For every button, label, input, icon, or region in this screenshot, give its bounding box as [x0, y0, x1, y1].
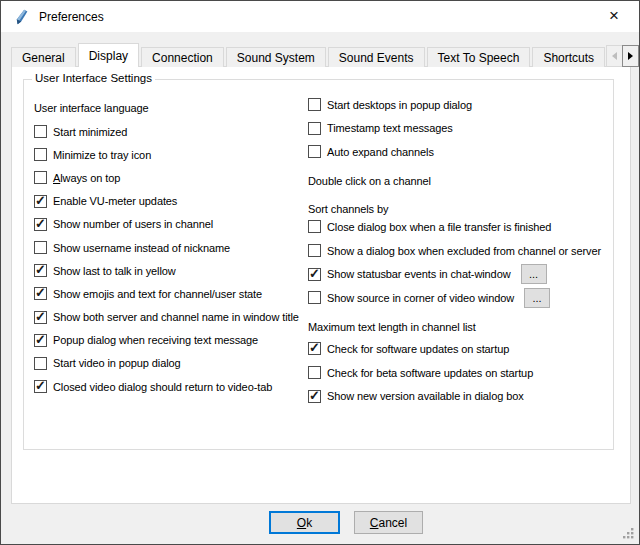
checkbox-label: Auto expand channels: [327, 146, 434, 158]
close-icon[interactable]: ×: [599, 5, 629, 27]
checkbox-label: Show statusbar events in chat-window: [327, 268, 511, 280]
checkbox-label: Enable VU-meter updates: [53, 195, 177, 207]
checkbox-label: Show a dialog box when excluded from cha…: [327, 245, 601, 257]
row-timestamp[interactable]: Timestamp text messages: [308, 117, 472, 141]
tab-strip: General Display Connection Sound System …: [11, 42, 606, 67]
checkbox[interactable]: [308, 342, 321, 355]
language-label: User interface language: [34, 102, 149, 114]
checkbox[interactable]: [308, 390, 321, 403]
checkbox-label: Start desktops in popup dialog: [327, 99, 472, 111]
tab-sound-events[interactable]: Sound Events: [328, 47, 425, 67]
tab-sound-system[interactable]: Sound System: [226, 47, 326, 67]
right-checkbox-column-bottom: Check for software updates on startup Ch…: [308, 337, 533, 408]
row-auto-expand[interactable]: Auto expand channels: [308, 140, 472, 164]
video-source-more-button[interactable]: ...: [524, 288, 550, 308]
checkbox-label: Timestamp text messages: [327, 122, 453, 134]
checkbox-label: Popup dialog when receiving text message: [53, 334, 258, 346]
language-row: User interface language: [34, 100, 149, 116]
ok-button[interactable]: Ok: [269, 511, 340, 534]
checkbox[interactable]: [34, 334, 47, 347]
right-checkbox-column-top: Start desktops in popup dialog Timestamp…: [308, 93, 472, 164]
window-title: Preferences: [39, 10, 104, 24]
checkbox-label: Closed video dialog should return to vid…: [53, 381, 272, 393]
row-show-username[interactable]: Show username instead of nickname: [34, 236, 299, 259]
row-software-updates[interactable]: Check for software updates on startup: [308, 337, 533, 361]
checkbox[interactable]: [34, 264, 47, 277]
row-popup-text-message[interactable]: Popup dialog when receiving text message: [34, 329, 299, 352]
row-statusbar-events[interactable]: Show statusbar events in chat-window ...: [308, 262, 601, 286]
statusbar-events-more-button[interactable]: ...: [521, 264, 547, 284]
checkbox[interactable]: [34, 218, 47, 231]
tab-scroll-right-icon[interactable]: [622, 45, 639, 67]
row-excluded-dialog[interactable]: Show a dialog box when excluded from cha…: [308, 239, 601, 263]
checkbox[interactable]: [34, 241, 47, 254]
row-show-user-count[interactable]: Show number of users in channel: [34, 213, 299, 236]
row-emojis[interactable]: Show emojis and text for channel/user st…: [34, 282, 299, 305]
checkbox-label: Show both server and channel name in win…: [53, 311, 299, 323]
preferences-dialog: Preferences × General Display Connection…: [0, 0, 640, 545]
row-close-file-transfer[interactable]: Close dialog box when a file transfer is…: [308, 215, 601, 239]
checkbox-label: Show last to talk in yellow: [53, 265, 176, 277]
checkbox[interactable]: [308, 122, 321, 135]
tab-display[interactable]: Display: [78, 43, 139, 67]
checkbox[interactable]: [308, 145, 321, 158]
checkbox[interactable]: [34, 171, 47, 184]
row-start-desktops[interactable]: Start desktops in popup dialog: [308, 93, 472, 117]
double-click-label: Double click on a channel: [308, 175, 431, 187]
checkbox-label: Minimize to tray icon: [53, 149, 151, 161]
checkbox[interactable]: [308, 244, 321, 257]
groupbox-title: User Interface Settings: [32, 72, 155, 84]
left-checkbox-column: Start minimized Minimize to tray icon Al…: [34, 120, 299, 398]
row-last-to-talk[interactable]: Show last to talk in yellow: [34, 259, 299, 282]
tab-text-to-speech[interactable]: Text To Speech: [427, 47, 531, 67]
checkbox[interactable]: [308, 220, 321, 233]
checkbox-label: Close dialog box when a file transfer is…: [327, 221, 551, 233]
checkbox[interactable]: [34, 380, 47, 393]
row-video-popup[interactable]: Start video in popup dialog: [34, 352, 299, 375]
checkbox[interactable]: [308, 98, 321, 111]
checkbox[interactable]: [308, 291, 321, 304]
checkbox-label: Check for beta software updates on start…: [327, 367, 533, 379]
checkbox-label: Show emojis and text for channel/user st…: [53, 288, 262, 300]
checkbox-label: Show number of users in channel: [53, 218, 213, 230]
checkbox[interactable]: [34, 311, 47, 324]
tab-scroll-left-icon[interactable]: [606, 45, 623, 67]
sort-label: Sort channels by: [308, 203, 388, 215]
checkbox-label: Start video in popup dialog: [53, 357, 181, 369]
checkbox[interactable]: [308, 366, 321, 379]
tab-connection[interactable]: Connection: [141, 47, 224, 67]
checkbox-label: Always on top: [53, 172, 120, 184]
cancel-button[interactable]: Cancel: [354, 511, 423, 534]
row-vu-meter[interactable]: Enable VU-meter updates: [34, 190, 299, 213]
checkbox[interactable]: [34, 195, 47, 208]
checkbox-label: Check for software updates on startup: [327, 343, 509, 355]
row-new-version-dialog[interactable]: Show new version available in dialog box: [308, 385, 533, 409]
checkbox[interactable]: [308, 268, 321, 281]
checkbox-label: Show new version available in dialog box: [327, 390, 524, 402]
checkbox-label: Show username instead of nickname: [53, 242, 230, 254]
app-icon: [14, 9, 30, 25]
row-minimize-to-tray[interactable]: Minimize to tray icon: [34, 143, 299, 166]
double-click-row: Double click on a channel: [308, 173, 431, 189]
max-text-label: Maximum text length in channel list: [308, 321, 476, 333]
right-checkbox-column-mid: Close dialog box when a file transfer is…: [308, 215, 601, 310]
title-bar[interactable]: Preferences ×: [1, 1, 639, 32]
checkbox[interactable]: [34, 287, 47, 300]
checkbox[interactable]: [34, 357, 47, 370]
row-always-on-top[interactable]: Always on top: [34, 166, 299, 189]
row-video-source-corner[interactable]: Show source in corner of video window ..…: [308, 286, 601, 310]
checkbox-label: Show source in corner of video window: [327, 292, 514, 304]
row-window-title[interactable]: Show both server and channel name in win…: [34, 306, 299, 329]
resize-grip[interactable]: [622, 527, 635, 540]
checkbox-label: Start minimized: [53, 126, 127, 138]
max-text-row: Maximum text length in channel list: [308, 319, 476, 335]
row-closed-video[interactable]: Closed video dialog should return to vid…: [34, 375, 299, 398]
checkbox[interactable]: [34, 125, 47, 138]
tab-shortcuts[interactable]: Shortcuts: [532, 47, 605, 67]
checkbox[interactable]: [34, 148, 47, 161]
row-start-minimized[interactable]: Start minimized: [34, 120, 299, 143]
row-beta-updates[interactable]: Check for beta software updates on start…: [308, 361, 533, 385]
tab-general[interactable]: General: [11, 47, 76, 67]
